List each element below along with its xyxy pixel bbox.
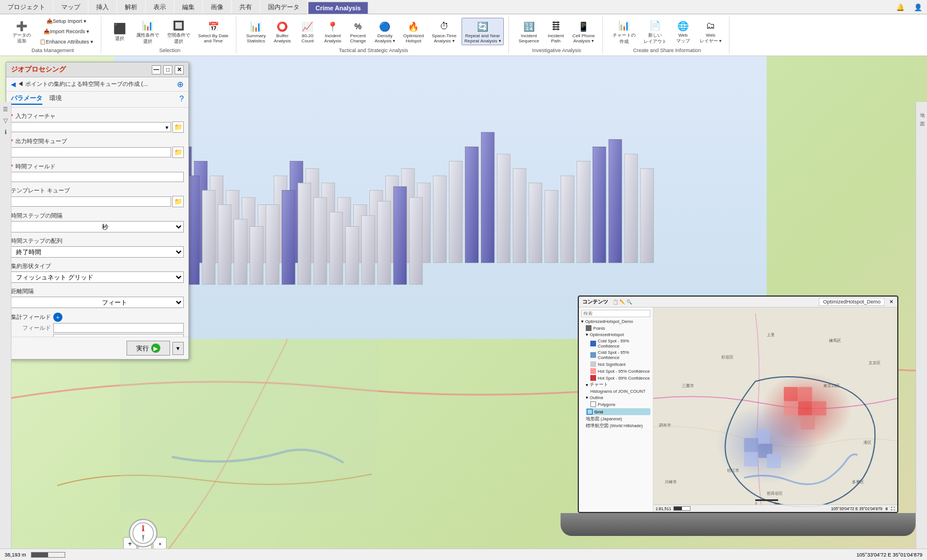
repeat-near-repeat-button[interactable]: 🔄 Repeat and NearRepeat Analysis ▾ <box>461 18 504 45</box>
params-tab[interactable]: パラメータ <box>11 94 42 105</box>
web-layer-button[interactable]: 🗂 Webレイヤー ▾ <box>697 17 724 46</box>
legend-hillshade: 標準航空図 (World Hillshade) <box>586 423 650 429</box>
setup-import-button[interactable]: 📤 Setup Import ▾ <box>37 17 96 26</box>
tab-local-data[interactable]: 国内データ <box>261 0 307 14</box>
template-cube-field[interactable] <box>11 196 171 207</box>
field-input[interactable] <box>53 323 184 333</box>
incident-path-button[interactable]: 🛤 IncidentPath <box>545 18 567 45</box>
buffer-button[interactable]: ⭕ BufferAnalysis <box>271 18 294 45</box>
tab-edit[interactable]: 編集 <box>175 0 202 14</box>
tab-share[interactable]: 共有 <box>232 0 259 14</box>
incident-analysis-button[interactable]: 📍 IncidentAnalysis <box>321 18 344 45</box>
web-map-button[interactable]: 🌐 Webマップ <box>672 17 695 46</box>
input-feature-text[interactable] <box>14 124 165 131</box>
inner-map-body: ▾ OptimizedHotspot_Demo Points <box>579 307 897 512</box>
time-step-alignment-row: 時間ステップの配列 終了時間 開始時間 <box>11 237 184 258</box>
right-btn-1[interactable]: 地 <box>917 104 926 113</box>
inner-maximize-btn[interactable]: ⛶ <box>891 507 895 511</box>
distance-unit-select[interactable]: フィート メートル キロメートル <box>98 297 184 308</box>
tabs-row: プロジェクト マップ 挿入 解析 表示 編集 画像 共有 国内データ Crime… <box>0 0 927 14</box>
distance-value-input[interactable] <box>11 297 98 308</box>
select-by-date-button[interactable]: 📅 Select By Dateand Time <box>195 18 231 45</box>
time-field-input[interactable] <box>11 172 184 182</box>
density-button[interactable]: 🔵 DensityAnalysis ▾ <box>372 18 398 45</box>
inner-scalebar <box>673 506 691 511</box>
add-data-button[interactable]: ➕ データの追加 <box>9 17 34 45</box>
sidebar-search-input[interactable] <box>581 310 650 317</box>
chart-button[interactable]: 📊 チャートの作成 <box>610 17 638 46</box>
tab-image[interactable]: 画像 <box>203 0 231 14</box>
add-tab-button[interactable]: ⊕ <box>177 80 184 89</box>
select-button[interactable]: ⬛ 選択 <box>108 20 131 44</box>
output-cube-folder-btn[interactable]: 📁 <box>172 147 184 158</box>
app-body: ☰ ▽ ℹ <box>0 56 927 560</box>
80-20-button[interactable]: 📈 80-20Count <box>296 18 319 45</box>
optimized-hotspot-button[interactable]: 🔥 OptimizedHotspot <box>400 18 427 45</box>
time-step-value-input[interactable] <box>11 221 98 232</box>
input-feature-label: * 入力フィーチャ <box>11 112 184 120</box>
tab-insert[interactable]: 挿入 <box>89 0 116 14</box>
tactical-buttons: 📊 SummaryStatistics ⭕ BufferAnalysis 📈 8… <box>243 17 504 46</box>
svg-rect-35 <box>330 212 343 285</box>
filter-btn[interactable]: ▽ <box>1 116 10 125</box>
template-cube-folder-btn[interactable]: 📁 <box>172 196 184 207</box>
new-layout-button[interactable]: 📄 新しいレイアウト <box>641 17 669 46</box>
legend-grid[interactable]: Grid <box>586 408 650 415</box>
cell-phone-button[interactable]: 📱 Cell PhoneAnalysis ▾ <box>570 18 598 45</box>
input-feature-field[interactable]: ▾ <box>11 122 171 132</box>
import-records-button[interactable]: 📥 Import Records ▾ <box>37 27 96 36</box>
legend-points[interactable]: Points <box>586 325 650 331</box>
layers-btn[interactable]: ☰ <box>1 104 10 113</box>
distance-value-text[interactable] <box>14 299 96 306</box>
summary-stats-button[interactable]: 📊 SummaryStatistics <box>243 18 269 45</box>
tab-map[interactable]: マップ <box>54 0 88 14</box>
compass[interactable]: N <box>129 519 157 547</box>
distance-row: 距離間隔 フィート メートル キロメートル <box>11 287 184 308</box>
right-btn-2[interactable]: 図 <box>917 113 926 123</box>
close-panel-button[interactable]: ✕ <box>175 65 184 74</box>
attr-select-button[interactable]: 📊 属性条件で選択 <box>133 17 162 46</box>
select-label: 選択 <box>115 36 124 42</box>
hotspot-label: OptimizedHotspot <box>403 33 424 44</box>
tab-analysis[interactable]: 解析 <box>117 0 145 14</box>
legend-not-sig: Not Significant <box>590 361 650 367</box>
run-dropdown-button[interactable]: ▾ <box>172 342 184 355</box>
output-cube-field[interactable] <box>11 147 171 157</box>
run-play-icon: ▶ <box>153 345 158 352</box>
help-icon[interactable]: ? <box>179 94 184 105</box>
inner-pause-btn[interactable]: ⏸ <box>885 507 889 511</box>
time-step-unit-select[interactable]: 秒 分 時間 <box>98 221 184 232</box>
percent-change-button[interactable]: % PercentChange <box>346 18 369 45</box>
tab-project[interactable]: プロジェクト <box>0 0 53 14</box>
time-step-interval-row: 時間ステップの間隔 秒 分 時間 <box>11 212 184 232</box>
search-bar[interactable] <box>581 310 650 317</box>
output-cube-text[interactable] <box>14 149 168 156</box>
inner-close-btn[interactable]: ✕ <box>889 299 894 305</box>
back-button[interactable]: ◀ <box>11 81 15 88</box>
space-select-button[interactable]: 🔲 空間条件で選択 <box>164 17 193 46</box>
select-by-date-label: Select By Dateand Time <box>198 33 228 44</box>
input-feature-folder-btn[interactable]: 📁 <box>172 121 184 133</box>
tab-view[interactable]: 表示 <box>146 0 173 14</box>
field-text[interactable] <box>56 325 181 331</box>
add-field-btn[interactable]: + <box>53 313 62 322</box>
info-btn[interactable]: ℹ <box>1 127 10 136</box>
enhance-attributes-button[interactable]: 📋 Enhance Attributes ▾ <box>37 37 96 46</box>
shape-type-select[interactable]: フィッシュネット グリッド ハニカム グリッド <box>11 271 184 283</box>
time-step-alignment-select[interactable]: 終了時間 開始時間 <box>11 246 184 258</box>
minimize-button[interactable]: — <box>152 65 161 74</box>
time-field-text[interactable] <box>14 173 181 180</box>
scale-bar-graphic <box>31 552 65 558</box>
bell-icon[interactable]: 🔔 <box>892 1 909 14</box>
run-button[interactable]: 実行 ▶ <box>127 341 170 356</box>
template-cube-text[interactable] <box>14 198 168 205</box>
space-time-button[interactable]: ⏱ Space-TimeAnalysis ▾ <box>429 18 459 45</box>
svg-rect-52 <box>609 140 622 263</box>
svg-rect-48 <box>545 190 558 263</box>
stat-type-select[interactable]: SUM COUNT <box>53 334 184 337</box>
incident-sequence-button[interactable]: 🔢 IncidentSequence <box>516 18 542 45</box>
tab-crime-analysis[interactable]: Crime Analysis <box>308 2 368 14</box>
time-step-value-text[interactable] <box>14 223 96 230</box>
maximize-button[interactable]: □ <box>163 65 172 74</box>
env-tab[interactable]: 環境 <box>49 94 62 105</box>
